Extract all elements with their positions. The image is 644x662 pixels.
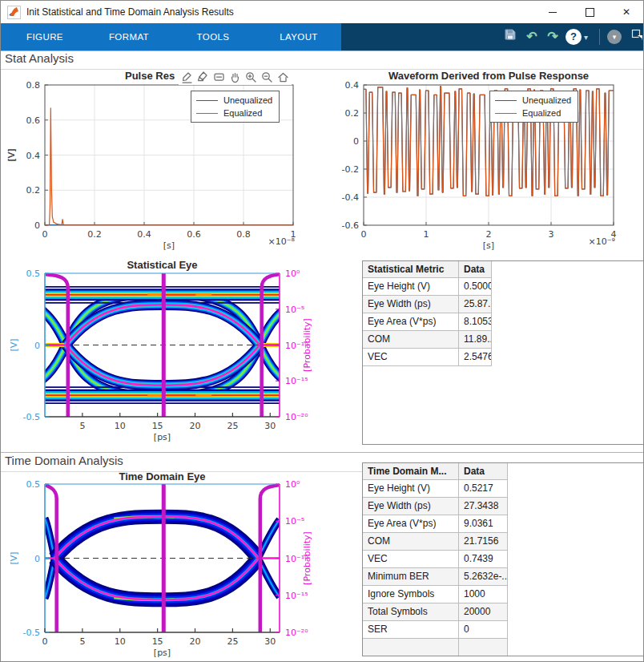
table-cell: 0.5217 (459, 480, 508, 498)
table-row[interactable]: Ignore Symbols1000 (363, 586, 643, 603)
y-axis-label: [V] (6, 148, 17, 161)
tab-layout[interactable]: LAYOUT (263, 23, 335, 50)
column-header[interactable]: Statistical Metric (363, 261, 459, 278)
save-button[interactable] (501, 27, 520, 46)
table-row[interactable]: VEC2.5476 (363, 349, 643, 366)
y-axis-label: [V] (6, 148, 17, 161)
tick-label: -0.5 (23, 412, 40, 422)
table-header-row: Time Domain M...Data (363, 463, 643, 480)
redo-button[interactable]: ↷ (543, 27, 562, 46)
tick-label: 30 (264, 636, 276, 647)
tick-label: 20 (190, 421, 201, 431)
waveform-legend: Unequalized Equalized (489, 91, 578, 123)
tick-label: 5 (79, 421, 85, 431)
table-cell (459, 639, 508, 656)
tick-label: 10⁻¹⁵ (285, 591, 308, 601)
table-cell: 0.7439 (459, 551, 508, 568)
x-axis-label: [s] (163, 240, 175, 251)
pan-icon[interactable] (228, 71, 242, 84)
collapse-toolstrip-button[interactable] (627, 27, 644, 46)
tick-label: 10⁻²⁰ (285, 628, 308, 638)
table-cell: Eye Area (V*ps) (363, 515, 459, 533)
table-row[interactable]: VEC0.7439 (363, 551, 643, 568)
tick-label: 0.2 (26, 185, 41, 196)
toolstrip-tab-area: FIGURE FORMAT TOOLS LAYOUT (1, 23, 341, 50)
table-cell: Eye Width (ps) (363, 296, 459, 313)
x-axis-label: [ps] (154, 432, 171, 442)
brush-icon[interactable] (196, 71, 210, 84)
table-cell: VEC (363, 551, 459, 568)
tick-label: 0.6 (26, 115, 41, 126)
home-icon[interactable] (276, 71, 290, 84)
close-button[interactable]: ✕ (608, 1, 644, 23)
table-cell: Ignore Symbols (363, 586, 459, 603)
pulse-response-legend: Unequalized Equalized (191, 91, 280, 123)
toolstrip: FIGURE FORMAT TOOLS LAYOUT ↶ ↷ ? ▾ ▾ (1, 23, 643, 50)
table-row[interactable]: SER0 (363, 621, 643, 639)
statistical-eye-plot[interactable]: 0.50-0.510⁰10⁻⁵10⁻¹⁰10⁻¹⁵10⁻²⁰5101520253… (1, 268, 328, 442)
tick-label: 0.2 (87, 229, 102, 240)
time-domain-metric-table[interactable]: Time Domain M...DataEye Height (V)0.5217… (362, 462, 644, 656)
table-cell: 11.89... (459, 331, 492, 349)
table-row[interactable]: Eye Height (V)0.5000 (363, 278, 643, 296)
x-axis-exponent: ×10⁻⁹ (589, 236, 615, 247)
tick-label: 0.6 (187, 229, 201, 240)
tick-label: 0 (42, 229, 48, 240)
statistical-metric-table[interactable]: Statistical MetricDataEye Height (V)0.50… (362, 260, 644, 445)
datatip-icon[interactable] (212, 71, 226, 84)
time-domain-eye-title: Time Domain Eye (45, 470, 280, 482)
table-cell: COM (363, 331, 459, 349)
table-cell: 0 (459, 621, 508, 639)
tab-format[interactable]: FORMAT (93, 23, 165, 50)
tab-figure[interactable]: FIGURE (9, 23, 81, 50)
y-axis-left-label: [V] (9, 551, 19, 564)
tick-label: 0 (361, 229, 367, 240)
column-header[interactable]: Data (459, 261, 492, 278)
table-row[interactable]: Eye Height (V)0.5217 (363, 480, 643, 498)
help-caret-icon[interactable]: ▾ (584, 33, 588, 42)
unequalized-line-swatch (495, 100, 517, 101)
table-row[interactable]: Eye Width (ps)27.3438 (363, 498, 643, 515)
more-options-button[interactable]: ▾ (607, 30, 622, 44)
minimize-button[interactable] (534, 1, 571, 23)
tick-label: 4 (611, 229, 617, 240)
zoom-out-icon[interactable] (260, 71, 274, 84)
equalized-line-swatch (196, 113, 218, 114)
y-axis-right-label: [Probability] (302, 318, 312, 372)
tick-label: 0 (34, 554, 40, 564)
x-axis-label: [ps] (154, 648, 171, 658)
undo-button[interactable]: ↶ (522, 27, 541, 46)
table-cell: Eye Height (V) (363, 278, 459, 296)
table-row[interactable]: Minimum BER5.2632e-... (363, 568, 643, 586)
tick-label: 25 (227, 421, 238, 431)
time-domain-eye-plot[interactable]: 0.50-0.510⁰10⁻⁵10⁻¹⁰10⁻¹⁵10⁻²⁰0510152025… (9, 479, 312, 658)
tick-label: 10 (115, 636, 126, 647)
table-cell: 20000 (459, 603, 508, 621)
time-panel-title: Time Domain Analysis (5, 454, 123, 467)
table-row[interactable]: Eye Width (ps)25.87... (363, 296, 643, 313)
tick-label: 20 (190, 636, 201, 647)
table-row[interactable]: Total Symbols20000 (363, 603, 643, 621)
table-row[interactable]: Eye Area (V*ps)9.0361 (363, 515, 643, 533)
maximize-button[interactable] (571, 1, 608, 23)
help-button[interactable]: ? (566, 29, 582, 45)
empty-table-row (363, 639, 643, 656)
window-title: Init Statistical and Time Domain Analysi… (26, 1, 234, 23)
tick-label: 5 (79, 636, 85, 647)
table-row[interactable]: Eye Area (V*ps)8.1053 (363, 313, 643, 331)
table-cell: 2.5476 (459, 349, 492, 366)
figure-window: 00.20.40.60.8100.20.40.60.8[s]×10⁻⁸[V]01… (0, 0, 644, 662)
table-cell: 5.2632e-... (459, 568, 508, 586)
y-axis-right-label: [Probability] (302, 531, 312, 585)
column-header[interactable]: Time Domain M... (363, 463, 459, 480)
export-icon[interactable] (180, 71, 194, 84)
tick-label: 0.5 (26, 479, 41, 490)
tick-label: 10⁻⁵ (285, 305, 304, 315)
legend-entry: Unequalized (495, 94, 571, 107)
table-row[interactable]: COM21.7156 (363, 533, 643, 551)
tick-label: 0.4 (345, 80, 360, 91)
column-header[interactable]: Data (459, 463, 508, 480)
zoom-in-icon[interactable] (244, 71, 258, 84)
table-row[interactable]: COM11.89... (363, 331, 643, 349)
tab-tools[interactable]: TOOLS (177, 23, 249, 50)
